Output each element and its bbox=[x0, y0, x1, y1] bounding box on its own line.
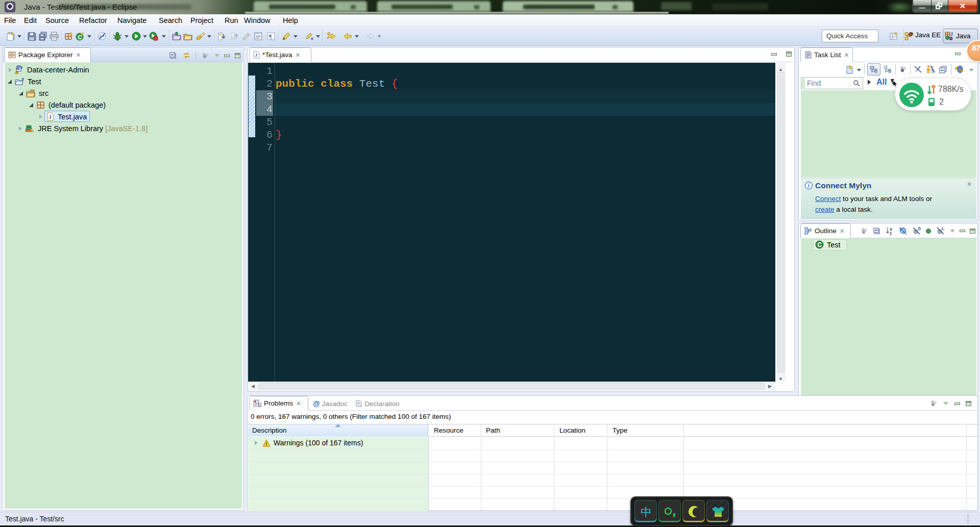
svg-text:!: ! bbox=[16, 71, 17, 74]
svg-text:C: C bbox=[818, 241, 822, 248]
svg-text:M: M bbox=[17, 67, 20, 70]
svg-text:i: i bbox=[808, 183, 810, 188]
svg-text:z: z bbox=[890, 231, 892, 235]
svg-text:J: J bbox=[22, 78, 24, 82]
svg-text:!: ! bbox=[266, 441, 267, 446]
svg-text:J: J bbox=[950, 31, 953, 37]
svg-text:S: S bbox=[918, 227, 921, 231]
svg-text:J: J bbox=[255, 53, 258, 58]
svg-text:J: J bbox=[20, 66, 22, 69]
svg-text:L: L bbox=[942, 227, 945, 231]
svg-text:J: J bbox=[49, 114, 52, 120]
svg-text:¶: ¶ bbox=[269, 33, 272, 40]
